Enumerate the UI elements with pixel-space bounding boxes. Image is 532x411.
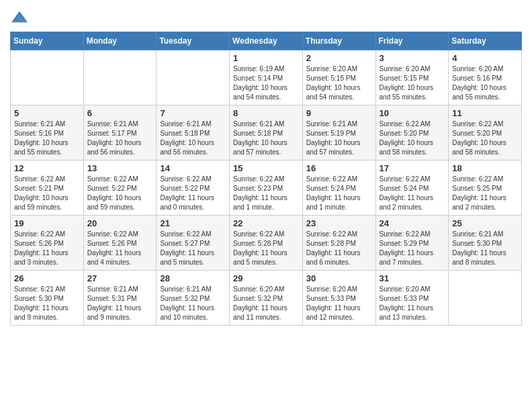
day-header-friday: Friday [375,32,449,50]
calendar-cell: 25Sunrise: 6:21 AM Sunset: 5:30 PM Dayli… [449,216,522,271]
day-info: Sunrise: 6:20 AM Sunset: 5:15 PM Dayligh… [380,64,445,102]
calendar-cell: 5Sunrise: 6:21 AM Sunset: 5:16 PM Daylig… [11,105,84,161]
day-number: 8 [233,108,299,118]
day-number: 21 [160,218,226,228]
day-header-sunday: Sunday [11,32,84,50]
calendar-week-4: 19Sunrise: 6:22 AM Sunset: 5:26 PM Dayli… [11,216,522,271]
day-header-tuesday: Tuesday [157,32,230,50]
day-info: Sunrise: 6:22 AM Sunset: 5:26 PM Dayligh… [87,230,153,267]
day-info: Sunrise: 6:22 AM Sunset: 5:20 PM Dayligh… [452,120,518,157]
day-info: Sunrise: 6:22 AM Sunset: 5:27 PM Dayligh… [160,230,226,267]
calendar-week-1: 1Sunrise: 6:19 AM Sunset: 5:14 PM Daylig… [11,50,522,105]
calendar-cell: 27Sunrise: 6:21 AM Sunset: 5:31 PM Dayli… [83,271,157,326]
day-number: 12 [14,163,80,173]
calendar-cell [449,271,522,326]
calendar-cell: 11Sunrise: 6:22 AM Sunset: 5:20 PM Dayli… [449,105,522,161]
day-number: 16 [306,163,372,173]
day-number: 14 [160,163,226,173]
calendar-cell: 14Sunrise: 6:22 AM Sunset: 5:22 PM Dayli… [157,161,230,216]
logo-icon [10,10,29,25]
day-info: Sunrise: 6:21 AM Sunset: 5:32 PM Dayligh… [160,285,226,322]
day-number: 29 [233,273,299,283]
day-number: 6 [87,108,153,118]
day-number: 25 [452,218,518,228]
calendar-cell: 8Sunrise: 6:21 AM Sunset: 5:18 PM Daylig… [230,105,303,161]
day-number: 20 [87,218,153,228]
day-number: 1 [233,53,299,63]
day-info: Sunrise: 6:22 AM Sunset: 5:24 PM Dayligh… [306,175,372,212]
day-number: 9 [306,108,372,118]
day-info: Sunrise: 6:21 AM Sunset: 5:17 PM Dayligh… [87,120,153,157]
day-number: 24 [380,218,445,228]
day-number: 17 [380,163,445,173]
day-info: Sunrise: 6:20 AM Sunset: 5:32 PM Dayligh… [233,285,299,322]
calendar-cell: 2Sunrise: 6:20 AM Sunset: 5:15 PM Daylig… [302,50,375,105]
calendar-cell: 1Sunrise: 6:19 AM Sunset: 5:14 PM Daylig… [230,50,303,105]
day-info: Sunrise: 6:19 AM Sunset: 5:14 PM Dayligh… [233,64,299,102]
day-info: Sunrise: 6:21 AM Sunset: 5:31 PM Dayligh… [87,285,153,322]
day-number: 27 [87,273,153,283]
day-info: Sunrise: 6:22 AM Sunset: 5:28 PM Dayligh… [233,230,299,267]
day-info: Sunrise: 6:22 AM Sunset: 5:28 PM Dayligh… [306,230,372,267]
calendar-cell: 17Sunrise: 6:22 AM Sunset: 5:24 PM Dayli… [375,161,449,216]
day-number: 28 [160,273,226,283]
day-info: Sunrise: 6:22 AM Sunset: 5:22 PM Dayligh… [87,175,153,212]
calendar-cell: 9Sunrise: 6:21 AM Sunset: 5:19 PM Daylig… [302,105,375,161]
calendar-cell: 13Sunrise: 6:22 AM Sunset: 5:22 PM Dayli… [83,161,157,216]
day-number: 15 [233,163,299,173]
day-info: Sunrise: 6:21 AM Sunset: 5:30 PM Dayligh… [452,230,518,267]
day-header-saturday: Saturday [449,32,522,50]
calendar-cell [83,50,157,105]
calendar-cell [11,50,84,105]
page-header [10,10,522,25]
calendar-cell: 19Sunrise: 6:22 AM Sunset: 5:26 PM Dayli… [11,216,84,271]
day-number: 13 [87,163,153,173]
day-info: Sunrise: 6:21 AM Sunset: 5:19 PM Dayligh… [306,120,372,157]
day-header-monday: Monday [83,32,157,50]
calendar-cell: 26Sunrise: 6:21 AM Sunset: 5:30 PM Dayli… [11,271,84,326]
calendar-week-3: 12Sunrise: 6:22 AM Sunset: 5:21 PM Dayli… [11,161,522,216]
calendar-cell: 18Sunrise: 6:22 AM Sunset: 5:25 PM Dayli… [449,161,522,216]
day-number: 22 [233,218,299,228]
day-number: 23 [306,218,372,228]
day-number: 30 [306,273,372,283]
calendar-cell: 23Sunrise: 6:22 AM Sunset: 5:28 PM Dayli… [302,216,375,271]
calendar-cell: 21Sunrise: 6:22 AM Sunset: 5:27 PM Dayli… [157,216,230,271]
day-info: Sunrise: 6:22 AM Sunset: 5:23 PM Dayligh… [233,175,299,212]
day-number: 5 [14,108,80,118]
day-info: Sunrise: 6:20 AM Sunset: 5:33 PM Dayligh… [306,285,372,322]
day-header-thursday: Thursday [302,32,375,50]
day-info: Sunrise: 6:22 AM Sunset: 5:21 PM Dayligh… [14,175,80,212]
calendar-cell: 22Sunrise: 6:22 AM Sunset: 5:28 PM Dayli… [230,216,303,271]
calendar-cell: 3Sunrise: 6:20 AM Sunset: 5:15 PM Daylig… [375,50,449,105]
calendar-cell: 6Sunrise: 6:21 AM Sunset: 5:17 PM Daylig… [83,105,157,161]
calendar-header: SundayMondayTuesdayWednesdayThursdayFrid… [11,32,522,50]
calendar-cell: 20Sunrise: 6:22 AM Sunset: 5:26 PM Dayli… [83,216,157,271]
calendar-cell: 12Sunrise: 6:22 AM Sunset: 5:21 PM Dayli… [11,161,84,216]
day-info: Sunrise: 6:20 AM Sunset: 5:16 PM Dayligh… [452,64,518,102]
calendar-cell: 28Sunrise: 6:21 AM Sunset: 5:32 PM Dayli… [157,271,230,326]
calendar-cell [157,50,230,105]
calendar-week-2: 5Sunrise: 6:21 AM Sunset: 5:16 PM Daylig… [11,105,522,161]
calendar-cell: 4Sunrise: 6:20 AM Sunset: 5:16 PM Daylig… [449,50,522,105]
day-info: Sunrise: 6:20 AM Sunset: 5:15 PM Dayligh… [306,64,372,102]
calendar-cell: 16Sunrise: 6:22 AM Sunset: 5:24 PM Dayli… [302,161,375,216]
calendar-table: SundayMondayTuesdayWednesdayThursdayFrid… [10,32,522,326]
day-number: 7 [160,108,226,118]
logo [10,10,32,25]
day-info: Sunrise: 6:21 AM Sunset: 5:18 PM Dayligh… [233,120,299,157]
day-number: 18 [452,163,518,173]
day-number: 2 [306,53,372,63]
calendar-cell: 31Sunrise: 6:20 AM Sunset: 5:33 PM Dayli… [375,271,449,326]
day-info: Sunrise: 6:22 AM Sunset: 5:26 PM Dayligh… [14,230,80,267]
calendar-cell: 7Sunrise: 6:21 AM Sunset: 5:18 PM Daylig… [157,105,230,161]
day-info: Sunrise: 6:21 AM Sunset: 5:30 PM Dayligh… [14,285,80,322]
calendar-cell: 15Sunrise: 6:22 AM Sunset: 5:23 PM Dayli… [230,161,303,216]
day-info: Sunrise: 6:20 AM Sunset: 5:33 PM Dayligh… [380,285,445,322]
calendar-week-5: 26Sunrise: 6:21 AM Sunset: 5:30 PM Dayli… [11,271,522,326]
header-row: SundayMondayTuesdayWednesdayThursdayFrid… [11,32,522,50]
calendar-cell: 30Sunrise: 6:20 AM Sunset: 5:33 PM Dayli… [302,271,375,326]
day-number: 26 [14,273,80,283]
calendar-cell: 10Sunrise: 6:22 AM Sunset: 5:20 PM Dayli… [375,105,449,161]
day-info: Sunrise: 6:22 AM Sunset: 5:22 PM Dayligh… [160,175,226,212]
